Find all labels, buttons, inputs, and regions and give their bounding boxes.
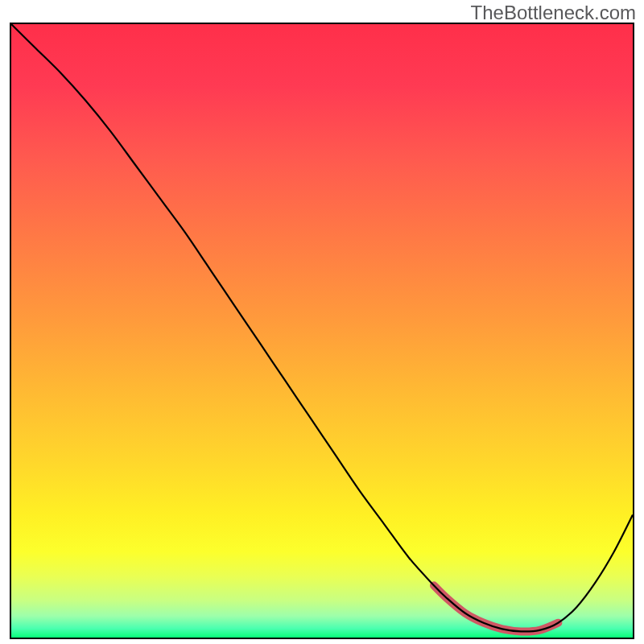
plot-svg xyxy=(11,24,633,638)
chart-container: TheBottleneck.com xyxy=(0,0,644,644)
plot-area xyxy=(11,24,633,638)
plot-frame xyxy=(10,23,634,639)
gradient-background xyxy=(11,24,633,638)
watermark-text: TheBottleneck.com xyxy=(471,2,636,24)
